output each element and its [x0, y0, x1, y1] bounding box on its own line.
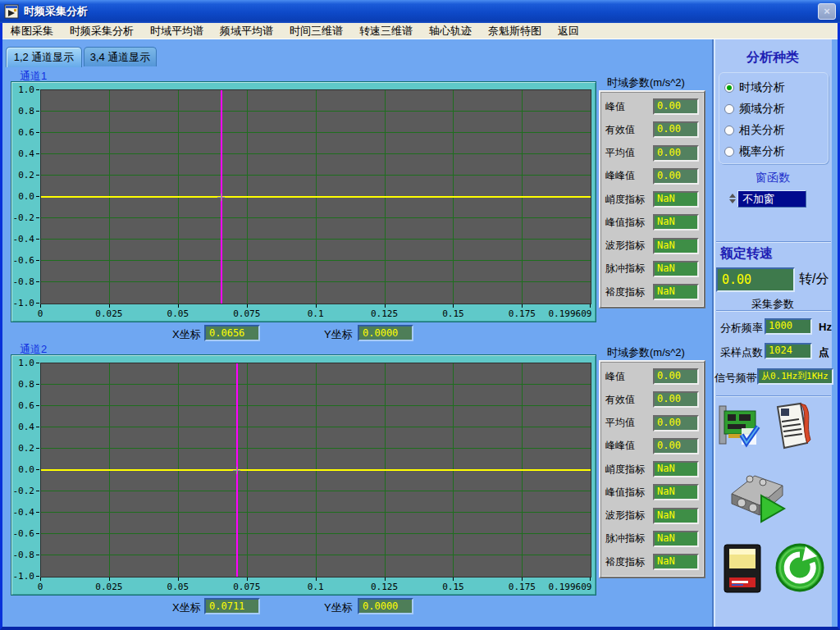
x-coordinate-value: 0.0711	[204, 598, 260, 614]
menu-item-1[interactable]: 时频采集分析	[62, 23, 142, 39]
param-panel-box: 峰值0.00有效值0.00平均值0.00峰峰值0.00峭度指标NaN峰值指标Na…	[599, 360, 705, 578]
y-tick-label: 0.6	[11, 400, 34, 411]
y-tick-mark	[36, 448, 39, 449]
y-tick-label: 0.8	[11, 379, 34, 390]
param-label: 波形指标	[605, 239, 645, 253]
acq-value-1[interactable]: 1024	[765, 343, 812, 359]
y-coordinate-label: Y坐标	[324, 600, 353, 615]
param-row: 波形指标NaN	[605, 238, 699, 254]
plot-area[interactable]	[40, 89, 591, 304]
window-fn-selector[interactable]: 不加窗	[727, 189, 806, 208]
plot-area[interactable]	[40, 363, 591, 578]
radio-button-icon[interactable]	[724, 104, 734, 114]
x-tick-label: 0.199609	[545, 582, 596, 592]
waveform-graph[interactable]: 00.0250.050.0750.10.1250.150.1750.199609…	[11, 81, 596, 322]
spinner-down-icon[interactable]	[729, 199, 736, 203]
param-row: 脉冲指标NaN	[605, 261, 699, 277]
menu-item-8[interactable]: 返回	[550, 23, 587, 39]
x-tick-label: 0.125	[359, 308, 410, 319]
param-row: 峰值0.00	[605, 98, 699, 115]
x-tick-mark	[247, 304, 248, 308]
y-tick-label: 0.2	[11, 170, 34, 180]
x-tick-mark	[109, 304, 110, 308]
menu-item-7[interactable]: 奈魁斯特图	[480, 23, 550, 39]
y-tick-mark	[36, 405, 39, 406]
window-title: 时频采集分析	[24, 4, 818, 19]
y-tick-label: -1.0	[11, 298, 34, 308]
y-tick-mark	[36, 260, 39, 261]
param-value: 0.00	[653, 168, 699, 185]
param-value: NaN	[653, 214, 699, 231]
menu-item-6[interactable]: 轴心轨迹	[421, 23, 480, 39]
param-label: 峰峰值	[605, 439, 635, 453]
x-coordinate-label: X坐标	[172, 600, 201, 615]
menu-item-5[interactable]: 转速三维谱	[351, 23, 421, 39]
spinner-up-icon[interactable]	[729, 194, 736, 198]
param-row: 峰峰值0.00	[605, 168, 699, 185]
param-label: 峰值指标	[605, 486, 645, 500]
param-label: 波形指标	[605, 509, 645, 523]
param-value: NaN	[653, 238, 699, 254]
radio-button-icon[interactable]	[724, 147, 734, 157]
radio-button-icon[interactable]	[724, 126, 734, 135]
rated-speed-value[interactable]: 0.00	[716, 267, 795, 292]
y-tick-label: 0.6	[11, 127, 34, 138]
param-row: 脉冲指标NaN	[605, 531, 699, 547]
x-tick-label: 0	[15, 582, 66, 592]
menu-item-4[interactable]: 时间三维谱	[281, 23, 351, 39]
tab-2[interactable]: 3,4 通道显示	[84, 47, 157, 66]
x-tick-mark	[453, 304, 454, 308]
analysis-type-group: 时域分析频域分析相关分析概率分析	[719, 72, 829, 164]
green-refresh-icon	[774, 541, 825, 594]
x-tick-label: 0.125	[359, 582, 410, 592]
window-fn-value[interactable]: 不加窗	[737, 190, 806, 208]
x-tick-label: 0.15	[427, 308, 478, 319]
signal-trace	[41, 469, 591, 471]
acq-value-0[interactable]: 1000	[765, 318, 812, 335]
menu-item-2[interactable]: 时域平均谱	[142, 23, 212, 39]
y-tick-mark	[36, 427, 39, 427]
param-label: 平均值	[605, 146, 635, 160]
analysis-option-1[interactable]: 频域分析	[724, 98, 828, 120]
y-tick-mark	[36, 363, 39, 363]
radio-button-icon[interactable]	[724, 83, 734, 93]
y-coordinate-label: Y坐标	[324, 327, 353, 342]
y-tick-label: 0.0	[11, 464, 34, 475]
close-button[interactable]: ×	[818, 3, 836, 20]
analysis-option-3[interactable]: 概率分析	[724, 141, 828, 162]
spinner-buttons[interactable]	[727, 189, 737, 208]
acq-value-2[interactable]: 从0.1Hz到1KHz	[757, 368, 833, 385]
reset-button[interactable]	[774, 541, 825, 597]
menu-item-3[interactable]: 频域平均谱	[212, 23, 281, 39]
radio-label: 概率分析	[739, 144, 785, 159]
param-row: 平均值0.00	[605, 415, 699, 431]
param-value: 0.00	[653, 145, 699, 162]
save-button[interactable]	[720, 543, 765, 599]
x-tick-mark	[109, 578, 110, 581]
param-value: NaN	[653, 191, 699, 208]
param-row: 裕度指标NaN	[605, 554, 699, 570]
param-label: 峰值指标	[605, 216, 645, 230]
param-label: 峰值	[605, 370, 625, 384]
param-label: 峰值	[605, 100, 625, 114]
time-domain-params-panel-1: 时域参数(m/s^2)峰值0.00有效值0.00平均值0.00峰峰值0.00峭度…	[599, 75, 705, 308]
y-tick-label: -0.2	[11, 212, 34, 223]
waveform-graph[interactable]: 00.0250.050.0750.10.1250.150.1750.199609…	[11, 354, 596, 596]
param-value: 0.00	[653, 415, 699, 431]
analysis-option-2[interactable]: 相关分析	[724, 120, 828, 141]
time-domain-params-panel-2: 时域参数(m/s^2)峰值0.00有效值0.00平均值0.00峰峰值0.00峭度…	[599, 345, 705, 578]
param-label: 裕度指标	[605, 555, 645, 569]
daq-config-button[interactable]	[717, 404, 761, 453]
param-row: 有效值0.00	[605, 121, 699, 138]
cursor-center	[221, 194, 221, 201]
x-tick-label: 0.1	[290, 582, 341, 592]
report-button[interactable]	[769, 402, 812, 453]
menu-item-0[interactable]: 棒图采集	[2, 23, 62, 39]
run-button[interactable]	[725, 464, 789, 528]
app-icon	[4, 4, 19, 19]
y-tick-mark	[36, 111, 39, 112]
x-tick-label: 0	[15, 308, 66, 319]
tab-1[interactable]: 1,2 通道显示	[6, 47, 82, 67]
analysis-option-0[interactable]: 时域分析	[724, 77, 828, 98]
x-tick-label: 0.175	[496, 308, 547, 319]
